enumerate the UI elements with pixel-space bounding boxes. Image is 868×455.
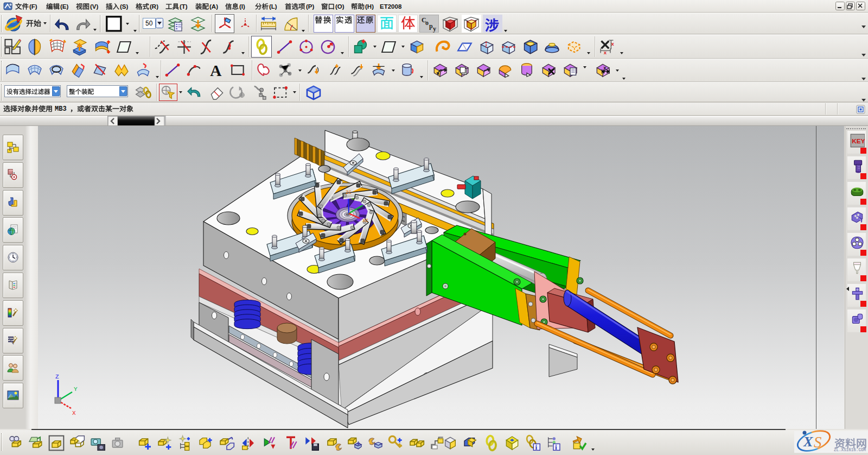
svg-text:x: x	[604, 49, 607, 55]
svg-text:S: S	[814, 433, 822, 451]
svg-text:x: x	[603, 65, 607, 71]
svg-text:X: X	[803, 434, 813, 450]
svg-text:ZL.XS1616.COM: ZL.XS1616.COM	[834, 447, 866, 453]
svg-text:ZC: ZC	[346, 190, 352, 195]
svg-text:Y: Y	[74, 386, 78, 393]
svg-text:XC: XC	[362, 218, 368, 224]
svg-text:p: p	[429, 22, 433, 30]
svg-text:Z: Z	[55, 374, 59, 380]
svg-text:y: y	[433, 25, 436, 33]
svg-text:o: o	[425, 19, 429, 27]
svg-text:x: x	[611, 41, 614, 47]
svg-text:A: A	[210, 62, 221, 79]
svg-text:X: X	[72, 410, 76, 416]
